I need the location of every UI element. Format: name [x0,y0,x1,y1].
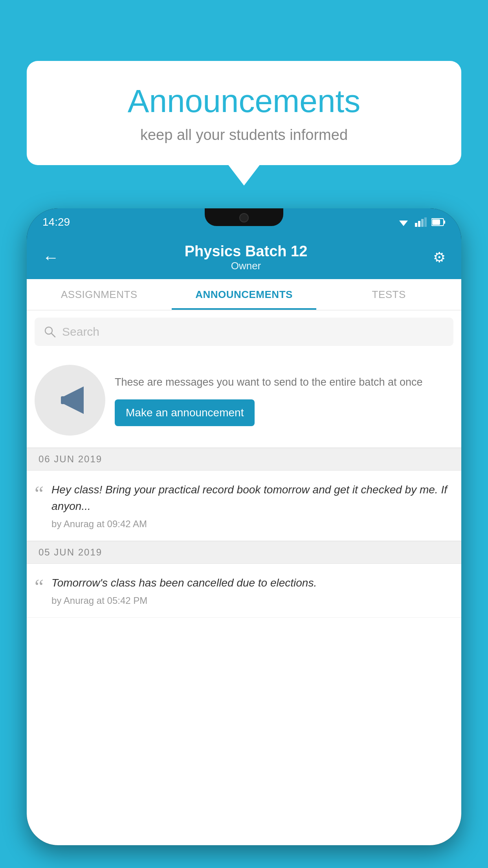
tab-tests[interactable]: TESTS [316,279,461,310]
empty-state: These are messages you want to send to t… [27,353,461,448]
app-bar: ← Physics Batch 12 Owner ⚙ [27,236,461,279]
svg-marker-11 [64,392,72,408]
bubble-title: Announcements [50,83,438,120]
announcement-meta-1: by Anurag at 09:42 AM [51,519,453,530]
app-bar-center: Physics Batch 12 Owner [63,243,429,272]
phone-notch [205,208,283,226]
announcement-item-2[interactable]: “ Tomorrow's class has been cancelled du… [27,564,461,618]
speech-bubble: Announcements keep all your students inf… [27,61,461,165]
signal-icon [415,217,427,227]
svg-rect-7 [444,221,445,224]
date-separator-jun5: 05 JUN 2019 [27,541,461,564]
quote-icon-1: “ [35,484,44,504]
app-bar-title: Physics Batch 12 [63,243,429,260]
settings-button[interactable]: ⚙ [429,245,449,270]
bubble-subtitle: keep all your students informed [50,127,438,143]
megaphone-icon-circle [35,365,105,436]
phone-container: 14:29 [27,208,461,868]
phone-camera [239,213,249,223]
tabs: ASSIGNMENTS ANNOUNCEMENTS TESTS [27,279,461,311]
status-icons [397,217,446,227]
wifi-icon [397,217,410,227]
empty-state-text: These are messages you want to send to t… [115,374,453,427]
tab-assignments[interactable]: ASSIGNMENTS [27,279,172,310]
make-announcement-button[interactable]: Make an announcement [115,399,255,426]
speech-bubble-container: Announcements keep all your students inf… [27,61,461,165]
tab-announcements[interactable]: ANNOUNCEMENTS [172,279,317,310]
empty-state-description: These are messages you want to send to t… [115,374,453,390]
svg-line-10 [51,333,55,337]
megaphone-icon [52,383,88,418]
announcement-meta-2: by Anurag at 05:42 PM [51,595,453,606]
phone-frame: 14:29 [27,208,461,845]
phone-screen: Search [27,311,461,845]
search-icon [44,326,56,338]
app-bar-subtitle: Owner [63,260,429,272]
announcement-item-1[interactable]: “ Hey class! Bring your practical record… [27,471,461,541]
svg-rect-2 [415,223,417,227]
svg-rect-8 [432,219,440,225]
announcement-text-1: Hey class! Bring your practical record b… [51,482,453,515]
announcement-content-1: Hey class! Bring your practical record b… [51,482,453,530]
quote-icon-2: “ [35,577,44,597]
svg-rect-5 [424,217,427,227]
date-separator-jun6: 06 JUN 2019 [27,448,461,471]
svg-rect-3 [418,221,420,227]
search-bar[interactable]: Search [35,318,453,346]
status-time: 14:29 [42,216,70,228]
svg-marker-13 [72,386,84,414]
search-placeholder: Search [62,325,99,338]
battery-icon [431,218,446,226]
svg-rect-12 [61,396,65,404]
back-button[interactable]: ← [39,244,63,271]
svg-rect-4 [421,219,424,227]
announcement-text-2: Tomorrow's class has been cancelled due … [51,575,453,591]
announcement-content-2: Tomorrow's class has been cancelled due … [51,575,453,606]
